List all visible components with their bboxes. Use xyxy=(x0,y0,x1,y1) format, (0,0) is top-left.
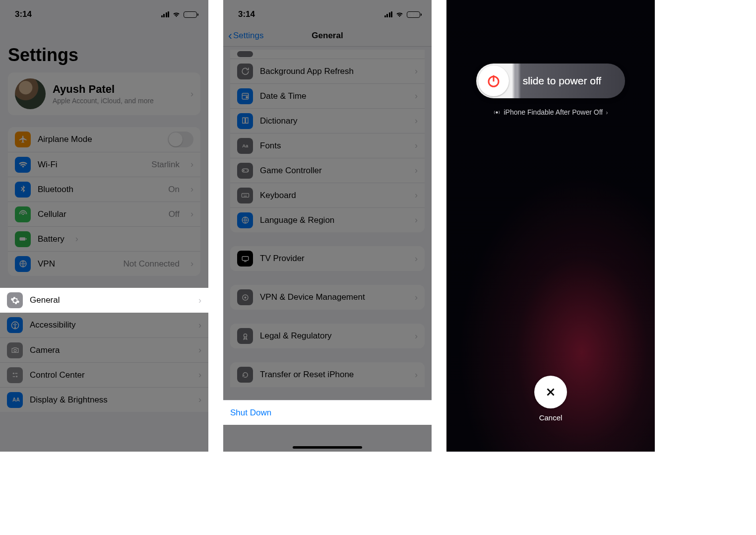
cellular-signal-icon xyxy=(161,11,170,17)
unknown-icon xyxy=(237,51,253,57)
row-wifi[interactable]: Wi-Fi Starlink › xyxy=(8,152,200,177)
row-bg-refresh[interactable]: Background App Refresh › xyxy=(230,59,425,83)
svg-point-6 xyxy=(12,373,14,374)
row-general-highlight[interactable]: General › xyxy=(0,288,208,313)
row-label: VPN xyxy=(38,259,55,269)
row-bluetooth[interactable]: Bluetooth On › xyxy=(8,177,200,201)
chevron-right-icon: › xyxy=(190,259,193,269)
chevron-right-icon: › xyxy=(190,209,193,219)
reset-icon xyxy=(237,367,253,383)
row-label: Game Controller xyxy=(260,166,322,176)
svg-text:Aa: Aa xyxy=(242,143,249,148)
row-accessibility[interactable]: Accessibility › xyxy=(0,313,208,337)
row-label: General xyxy=(30,295,60,305)
status-time: 3:14 xyxy=(15,9,32,19)
svg-rect-0 xyxy=(19,237,25,240)
tv-icon xyxy=(237,251,253,267)
row-fonts[interactable]: Aa Fonts › xyxy=(230,133,425,158)
row-value: Not Connected xyxy=(124,259,180,269)
chevron-left-icon: ‹ xyxy=(228,30,232,42)
svg-point-14 xyxy=(247,171,248,172)
row-control-center[interactable]: Control Center › xyxy=(0,362,208,387)
chevron-right-icon: › xyxy=(198,370,201,380)
battery-icon: 67 xyxy=(407,11,422,18)
wifi-icon xyxy=(395,11,404,17)
row-battery[interactable]: Battery › xyxy=(8,226,200,251)
chevron-right-icon: › xyxy=(190,184,193,195)
chevron-right-icon: › xyxy=(75,234,78,244)
battery-icon: 68 xyxy=(184,11,198,18)
row-camera[interactable]: Camera › xyxy=(0,337,208,362)
camera-icon xyxy=(7,342,23,358)
general-group-vpn: VPN & Device Management › xyxy=(230,285,425,310)
row-dictionary[interactable]: Dictionary › xyxy=(230,108,425,133)
row-legal[interactable]: Legal & Regulatory › xyxy=(230,324,425,348)
chevron-right-icon: › xyxy=(198,320,201,331)
chevron-right-icon: › xyxy=(415,292,418,303)
svg-point-19 xyxy=(244,296,246,298)
slide-to-power-off[interactable]: slide to power off xyxy=(476,64,625,98)
battery-row-icon xyxy=(15,231,31,247)
row-value: On xyxy=(168,185,180,195)
row-label: TV Provider xyxy=(260,254,305,264)
wifi-icon xyxy=(172,11,181,17)
cellular-signal-icon xyxy=(384,11,393,17)
close-icon xyxy=(544,386,557,399)
gamepad-icon xyxy=(237,163,253,179)
vpn-icon xyxy=(15,256,31,272)
chevron-right-icon: › xyxy=(190,89,193,99)
row-shutdown-highlight[interactable]: Shut Down xyxy=(223,400,432,425)
row-date-time[interactable]: Date & Time › xyxy=(230,83,425,108)
row-label: Fonts xyxy=(260,141,281,151)
general-group-reset: Transfer or Reset iPhone › xyxy=(230,362,425,387)
row-airplane-mode[interactable]: Airplane Mode xyxy=(8,127,200,152)
row-label: Cellular xyxy=(38,209,66,219)
row-vpn-management[interactable]: VPN & Device Management › xyxy=(230,285,425,310)
svg-point-7 xyxy=(16,376,17,377)
row-label: Airplane Mode xyxy=(38,134,92,144)
svg-rect-15 xyxy=(242,194,249,198)
chevron-right-icon: › xyxy=(190,159,193,170)
row-display-brightness[interactable]: AA Display & Brightness › xyxy=(0,387,208,412)
profile-name: Ayush Patel xyxy=(53,83,154,96)
row-value: Starlink xyxy=(151,160,180,170)
chevron-right-icon: › xyxy=(415,91,418,101)
row-vpn[interactable]: VPN Not Connected › xyxy=(8,251,200,276)
chevron-right-icon: › xyxy=(198,345,201,355)
calendar-icon xyxy=(237,88,253,104)
accessibility-icon xyxy=(7,317,23,333)
vpn-gear-icon xyxy=(237,289,253,305)
row-cellular[interactable]: Cellular Off › xyxy=(8,201,200,226)
row-transfer-reset[interactable]: Transfer or Reset iPhone › xyxy=(230,362,425,387)
nav-bar: ‹ Settings General xyxy=(223,25,432,47)
home-indicator xyxy=(293,446,362,449)
general-group-1: Background App Refresh › Date & Time › D… xyxy=(230,50,425,232)
row-tv-provider[interactable]: TV Provider › xyxy=(230,246,425,271)
chevron-right-icon: › xyxy=(606,109,608,116)
avatar xyxy=(15,78,46,109)
airplane-toggle[interactable] xyxy=(168,132,193,147)
chevron-right-icon: › xyxy=(415,140,418,151)
power-icon[interactable] xyxy=(478,66,509,96)
screenshot-general: 3:14 67 ‹ Settings General Background Ap… xyxy=(223,0,432,452)
svg-rect-17 xyxy=(242,256,249,260)
row-label: Accessibility xyxy=(30,320,76,330)
profile-card[interactable]: Ayush Patel Apple Account, iCloud, and m… xyxy=(8,72,200,115)
nav-back-button[interactable]: ‹ Settings xyxy=(228,30,263,42)
cancel-button[interactable] xyxy=(534,376,567,408)
row-language-region[interactable]: Language & Region › xyxy=(230,207,425,232)
settings-group-system: Accessibility › Camera › Control Center … xyxy=(0,313,208,412)
chevron-right-icon: › xyxy=(198,395,201,405)
display-icon: AA xyxy=(7,392,23,408)
row-label: Control Center xyxy=(30,370,85,380)
row-partial-top[interactable] xyxy=(230,50,425,59)
svg-point-5 xyxy=(14,349,16,352)
findable-link[interactable]: iPhone Findable After Power Off › xyxy=(446,108,655,116)
row-keyboard[interactable]: Keyboard › xyxy=(230,183,425,207)
airplane-icon xyxy=(15,132,31,147)
svg-point-23 xyxy=(496,111,498,113)
row-label: VPN & Device Management xyxy=(260,292,365,302)
findable-label: iPhone Findable After Power Off xyxy=(504,108,603,116)
chevron-right-icon: › xyxy=(415,215,418,225)
row-game-controller[interactable]: Game Controller › xyxy=(230,158,425,183)
